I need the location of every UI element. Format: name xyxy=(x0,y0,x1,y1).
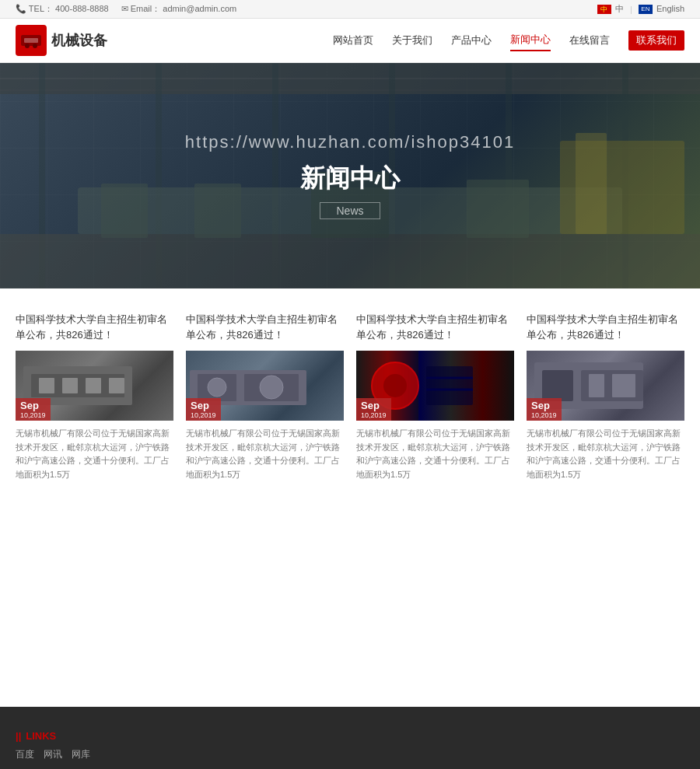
phone-icon: 📞 xyxy=(16,4,26,13)
news-card-1: 中国科学技术大学自主招生初审名单公布，共826通过！ Sep 10,2019 xyxy=(16,312,173,481)
top-bar-right: 中 中 | EN English xyxy=(597,3,684,15)
logo: 机械设备 xyxy=(16,25,107,56)
news-card-4-date: Sep 10,2019 xyxy=(527,398,562,421)
lang-cn[interactable]: 中 中 xyxy=(597,3,624,15)
nav-message[interactable]: 在线留言 xyxy=(569,30,610,51)
footer-wrapper: LINKS 百度 网讯 网库 CONTACT US 📞 手机：400-888-8… xyxy=(16,722,684,769)
top-bar-left: 📞 TEL： 400-888-8888 ✉ Email： admin@admin… xyxy=(16,3,236,15)
tel-label: TEL xyxy=(29,4,44,13)
footer-links: LINKS 百度 网讯 网库 xyxy=(16,722,684,769)
svg-rect-42 xyxy=(612,374,635,397)
news-card-2-desc: 无锡市机械厂有限公司位于无锡国家高新技术开发区，毗邻京杭大运河，沪宁铁路和沪宁高… xyxy=(186,427,344,481)
tel-info: 📞 TEL： 400-888-8888 xyxy=(16,3,109,15)
nav-products[interactable]: 产品中心 xyxy=(451,30,492,51)
news-card-4: 中国科学技术大学自主招生初审名单公布，共826通过！ Sep 10,2019 xyxy=(527,312,684,481)
lang-en[interactable]: EN English xyxy=(639,4,684,14)
empty-space xyxy=(0,505,700,707)
svg-point-2 xyxy=(25,44,30,48)
svg-rect-39 xyxy=(542,370,573,401)
svg-rect-25 xyxy=(86,378,101,393)
news-card-4-desc: 无锡市机械厂有限公司位于无锡国家高新技术开发区，毗邻京杭大运河，沪宁铁路和沪宁高… xyxy=(527,427,684,481)
nav-contact[interactable]: 联系我们 xyxy=(628,30,684,51)
news-grid: 中国科学技术大学自主招生初审名单公布，共826通过！ Sep 10,2019 xyxy=(16,312,684,481)
footer: LINKS 百度 网讯 网库 CONTACT US 📞 手机：400-888-8… xyxy=(0,707,700,769)
news-card-3-title[interactable]: 中国科学技术大学自主招生初审名单公布，共826通过！ xyxy=(356,312,514,343)
svg-point-3 xyxy=(33,44,37,48)
svg-point-30 xyxy=(208,378,226,397)
hero-subtitle: News xyxy=(320,202,380,219)
news-card-1-desc: 无锡市机械厂有限公司位于无锡国家高新技术开发区，毗邻京杭大运河，沪宁铁路和沪宁高… xyxy=(16,427,173,481)
news-card-1-title[interactable]: 中国科学技术大学自主招生初审名单公布，共826通过！ xyxy=(16,312,173,343)
news-card-3: 中国科学技术大学自主招生初审名单公布，共826通过！ Sep 10,2019 xyxy=(356,312,514,481)
email-value: admin@admin.com xyxy=(163,4,236,13)
top-bar: 📞 TEL： 400-888-8888 ✉ Email： admin@admin… xyxy=(0,0,700,19)
email-label: Email xyxy=(131,4,152,13)
footer-link-items: 百度 网讯 网库 xyxy=(16,748,684,761)
svg-point-34 xyxy=(383,374,407,397)
nav-news[interactable]: 新闻中心 xyxy=(510,30,551,51)
svg-rect-35 xyxy=(426,366,473,405)
footer-link-3[interactable]: 网库 xyxy=(72,748,90,761)
news-section: 中国科学技术大学自主招生初审名单公布，共826通过！ Sep 10,2019 xyxy=(0,288,700,505)
footer-links-title: LINKS xyxy=(16,730,684,742)
news-card-3-desc: 无锡市机械厂有限公司位于无锡国家高新技术开发区，毗邻京杭大运河，沪宁铁路和沪宁高… xyxy=(356,427,514,481)
news-card-3-img-wrap: Sep 10,2019 xyxy=(356,351,514,421)
main-nav: 网站首页 关于我们 产品中心 新闻中心 在线留言 联系我们 xyxy=(333,30,684,51)
header: 机械设备 网站首页 关于我们 产品中心 新闻中心 在线留言 联系我们 xyxy=(0,19,700,63)
news-card-2-date: Sep 10,2019 xyxy=(186,398,221,421)
footer-link-2[interactable]: 网讯 xyxy=(44,748,62,761)
news-card-2-img-wrap: Sep 10,2019 xyxy=(186,351,344,421)
hero-title: 新闻中心 xyxy=(300,162,400,196)
news-card-2-title[interactable]: 中国科学技术大学自主招生初审名单公布，共826通过！ xyxy=(186,312,344,343)
hero-banner: https://www.huzhan.com/ishop34101 新闻中心 N… xyxy=(0,63,700,288)
news-card-4-title[interactable]: 中国科学技术大学自主招生初审名单公布，共826通过！ xyxy=(527,312,684,343)
svg-point-31 xyxy=(260,376,283,399)
news-card-1-img-wrap: Sep 10,2019 xyxy=(16,351,173,421)
svg-rect-23 xyxy=(39,378,54,393)
nav-about[interactable]: 关于我们 xyxy=(392,30,432,51)
news-card-3-date: Sep 10,2019 xyxy=(356,398,391,421)
logo-icon xyxy=(16,25,47,56)
news-card-4-img-wrap: Sep 10,2019 xyxy=(527,351,684,421)
email-info: ✉ Email： admin@admin.com xyxy=(121,3,237,15)
svg-rect-26 xyxy=(109,378,124,393)
hero-overlay: https://www.huzhan.com/ishop34101 新闻中心 N… xyxy=(0,63,700,288)
hero-url: https://www.huzhan.com/ishop34101 xyxy=(185,132,515,152)
tel-value: 400-888-8888 xyxy=(55,4,109,13)
news-card-2: 中国科学技术大学自主招生初审名单公布，共826通过！ Sep 10,2019 xyxy=(186,312,344,481)
news-card-1-date: Sep 10,2019 xyxy=(16,398,51,421)
email-icon: ✉ xyxy=(121,4,128,13)
footer-link-1[interactable]: 百度 xyxy=(16,748,34,761)
svg-rect-1 xyxy=(24,38,38,43)
svg-rect-24 xyxy=(62,378,78,393)
svg-rect-41 xyxy=(589,374,604,397)
nav-home[interactable]: 网站首页 xyxy=(333,30,373,51)
logo-text: 机械设备 xyxy=(51,31,107,50)
